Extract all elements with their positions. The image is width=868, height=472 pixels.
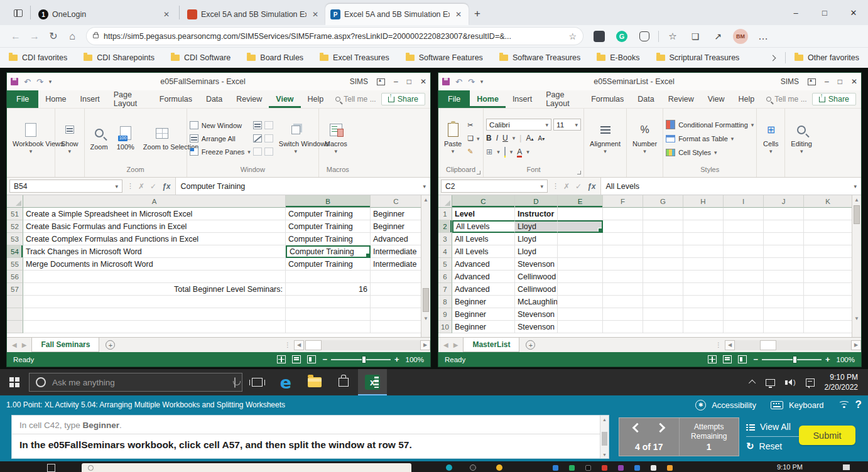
borders-button[interactable]: ⊞: [486, 148, 492, 156]
bookmark-item[interactable]: CDI Sharepoints: [84, 53, 155, 62]
tell-me-box[interactable]: Tell me ...: [761, 90, 811, 108]
cell-D5[interactable]: Stevenson: [515, 258, 558, 271]
url-text[interactable]: https://sim5.pegasus.pearsoncmg.com/SIM5…: [104, 32, 565, 41]
keyboard-label[interactable]: Keyboard: [789, 400, 824, 410]
font-color-button[interactable]: A: [517, 148, 522, 156]
vertical-tabs-button[interactable]: [9, 5, 28, 21]
column-header-C[interactable]: C: [452, 195, 515, 208]
ribbon-tab-help[interactable]: Help: [732, 90, 762, 108]
cell-F6[interactable]: [603, 271, 643, 283]
cell-F1[interactable]: [603, 208, 643, 220]
font-size-select[interactable]: 11▾: [553, 119, 581, 131]
ribbon-tab-formulas[interactable]: Formulas: [153, 90, 199, 108]
cell-C3[interactable]: All Levels: [452, 233, 515, 245]
bookmark-item[interactable]: Software Treasures: [499, 53, 580, 62]
cell-J4[interactable]: [764, 245, 804, 258]
cell-J3[interactable]: [764, 233, 804, 245]
row-header-3[interactable]: 3: [438, 233, 452, 245]
cell-B[interactable]: [286, 321, 371, 333]
show-button[interactable]: Show ▾: [58, 121, 82, 157]
redo-icon[interactable]: ↷: [468, 77, 475, 87]
cell-I4[interactable]: [724, 245, 764, 258]
cell-F7[interactable]: [603, 283, 643, 296]
taskbar-app-icon[interactable]: [496, 464, 502, 471]
accessibility-label[interactable]: Accessibility: [712, 400, 756, 410]
cell-C6[interactable]: Advanced: [452, 271, 515, 283]
cell-C[interactable]: [371, 296, 421, 308]
row-header-2[interactable]: 2: [438, 220, 452, 233]
row-header-blank[interactable]: [7, 296, 23, 308]
ribbon-tab-view[interactable]: View: [269, 90, 300, 108]
cell-B57[interactable]: 16: [286, 283, 371, 296]
cell-C4[interactable]: All Levels: [452, 245, 515, 258]
excel-taskbar-button[interactable]: x: [358, 369, 387, 395]
tray-expand-icon[interactable]: [749, 380, 756, 387]
cell-E5[interactable]: [558, 258, 603, 271]
cell-G5[interactable]: [643, 258, 683, 271]
cell-C1[interactable]: Level: [452, 208, 515, 220]
file-explorer-button[interactable]: [300, 369, 329, 395]
start-icon[interactable]: [47, 464, 55, 472]
zoom-thumb[interactable]: [793, 356, 797, 363]
hscroll-left-icon[interactable]: ◀: [725, 340, 735, 350]
decrease-font-button[interactable]: A▾: [538, 134, 545, 142]
cell-C2[interactable]: All Levels: [452, 220, 515, 233]
cell-K5[interactable]: [804, 258, 852, 271]
cell-I7[interactable]: [724, 283, 764, 296]
zoom-track[interactable]: [331, 359, 391, 360]
ribbon-tab-insert[interactable]: Insert: [506, 90, 539, 108]
row-header-8[interactable]: 8: [438, 296, 452, 308]
zoom-in-icon[interactable]: +: [825, 355, 830, 364]
tell-me-box[interactable]: Tell me ...: [330, 90, 381, 108]
minimize-icon[interactable]: –: [825, 77, 829, 86]
row-header-55[interactable]: 55: [7, 258, 23, 271]
cell-C7[interactable]: Advanced: [452, 283, 515, 296]
formula-input[interactable]: Computer Training ▾: [175, 178, 430, 195]
zoom-out-icon[interactable]: −: [753, 355, 758, 364]
cell-C55[interactable]: Intermediate: [371, 258, 421, 271]
browser-tab-onelogin[interactable]: 1 OneLogin ✕: [33, 4, 176, 25]
zoom-track[interactable]: [762, 359, 822, 360]
normal-view-icon[interactable]: [708, 355, 717, 363]
formula-expand-icon[interactable]: ▾: [423, 183, 426, 190]
row-header-blank[interactable]: [7, 308, 23, 321]
column-header-G[interactable]: G: [643, 195, 683, 208]
formula-expand-icon[interactable]: ▾: [854, 183, 857, 190]
page-break-view-icon[interactable]: [738, 355, 747, 363]
bookmark-item[interactable]: CDI favorites: [9, 53, 67, 62]
alignment-button[interactable]: Alignment ▾: [587, 121, 624, 157]
bookmark-item[interactable]: Scriptural Treasures: [656, 53, 740, 62]
cell-J7[interactable]: [764, 283, 804, 296]
ribbon-tab-review[interactable]: Review: [661, 90, 701, 108]
bookmark-item[interactable]: Excel Treasures: [320, 53, 389, 62]
cell-D7[interactable]: Cellinwood: [515, 283, 558, 296]
scroll-up-icon[interactable]: ▲: [852, 195, 861, 205]
cell-K3[interactable]: [804, 233, 852, 245]
cell-E4[interactable]: [558, 245, 603, 258]
hscroll-thumb[interactable]: [305, 340, 322, 350]
taskbar-app-icon[interactable]: [446, 464, 452, 471]
share-button[interactable]: Share: [812, 93, 856, 105]
cell-J10[interactable]: [764, 321, 804, 333]
cell-C51[interactable]: Beginner: [371, 208, 421, 220]
insert-function-icon[interactable]: ƒx: [162, 182, 170, 191]
cell-A57[interactable]: Total Beginner Level Seminars:: [23, 283, 286, 296]
cut-button[interactable]: ✂: [467, 119, 479, 131]
profile-avatar[interactable]: BM: [732, 28, 749, 45]
cell-G6[interactable]: [643, 271, 683, 283]
row-header-blank[interactable]: [7, 321, 23, 333]
ribbon-display-options-icon[interactable]: [377, 78, 385, 85]
ribbon-display-options-icon[interactable]: [808, 78, 816, 85]
ribbon-tab-view[interactable]: View: [701, 90, 732, 108]
qat-dropdown-icon[interactable]: ▾: [49, 78, 52, 85]
ribbon-tab-formulas[interactable]: Formulas: [584, 90, 631, 108]
hscroll-track[interactable]: [304, 340, 420, 350]
cell-D3[interactable]: Lloyd: [515, 233, 558, 245]
name-box[interactable]: B54 ▾: [9, 180, 122, 193]
cell-B[interactable]: [286, 296, 371, 308]
cell-F4[interactable]: [603, 245, 643, 258]
sheet-tab-fall-seminars[interactable]: Fall Seminars: [31, 338, 99, 352]
cell-J5[interactable]: [764, 258, 804, 271]
spreadsheet-grid[interactable]: CDEFGHIJK1LevelInstructor2All LevelsLloy…: [438, 195, 852, 337]
cell-E8[interactable]: [558, 296, 603, 308]
